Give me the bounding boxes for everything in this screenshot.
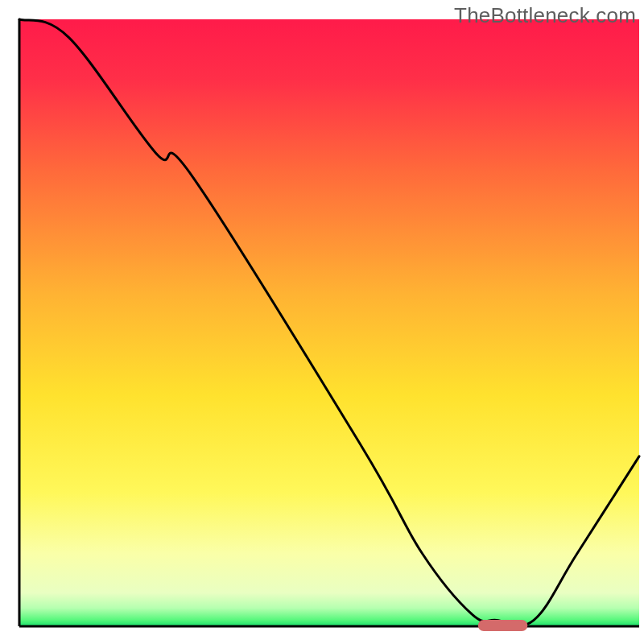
chart-background — [19, 19, 639, 626]
chart-svg — [0, 0, 644, 644]
watermark-text: TheBottleneck.com — [454, 3, 636, 28]
chart-stage: TheBottleneck.com — [0, 0, 644, 644]
optimum-marker — [478, 620, 528, 631]
